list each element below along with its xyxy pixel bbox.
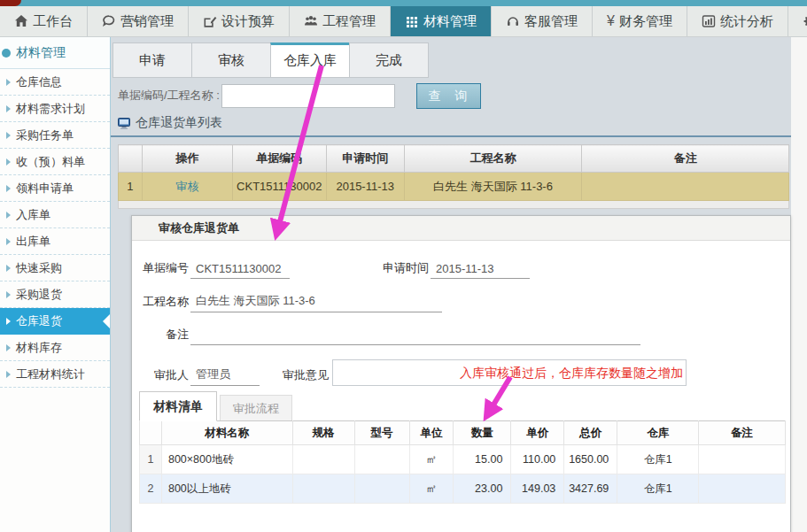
apply-date: 2015-11-13 (326, 173, 404, 201)
table-row-selected[interactable]: 1 审核 CKT1511130002 2015-11-13 白先生 海天国际 1… (119, 173, 789, 201)
right-gutter (791, 37, 807, 532)
tab-material-list[interactable]: 材料清单 (139, 391, 217, 421)
nav-item-finance[interactable]: ¥ 财务管理 (593, 6, 687, 36)
sidebar-item-warehouse-info[interactable]: 仓库信息 (0, 69, 110, 96)
return-order-table: 操作 单据编码 申请时间 工程名称 备注 1 审核 CKT1511130002 … (118, 144, 789, 201)
review-link[interactable]: 审核 (142, 173, 232, 201)
sidebar-item-warehouse-return[interactable]: 仓库退货 (0, 308, 110, 335)
table-header-row: 操作 单据编码 申请时间 工程名称 备注 (119, 145, 789, 173)
nav-label: 工作台 (33, 13, 73, 30)
quantity: 23.00 (454, 474, 511, 504)
nav-label: 财务管理 (619, 13, 672, 30)
nav-label: 营销管理 (120, 13, 174, 30)
nav-item-system[interactable]: 系 (788, 6, 807, 36)
sidebar-item-project-material-stats[interactable]: 工程材料统计 (0, 361, 110, 388)
nav-item-materials[interactable]: 材料管理 (391, 6, 492, 36)
arrow-bullet-icon (6, 344, 11, 351)
table-footer-strip (118, 201, 789, 209)
spec (292, 474, 354, 504)
row-number: 1 (119, 173, 143, 201)
sidebar-item-material-request[interactable]: 领料申请单 (0, 175, 110, 202)
arrow-bullet-icon (6, 185, 11, 192)
arrow-bullet-icon (6, 105, 11, 112)
tab-warehouse-inbound[interactable]: 仓库入库 (270, 42, 350, 78)
opinion-input[interactable]: 入库审核通过后，仓库库存数量随之增加 (332, 359, 687, 386)
order-code: CKT1511130002 (232, 173, 326, 201)
field-label-opinion: 审批意见 (270, 367, 329, 386)
col-warehouse: 仓库 (617, 421, 699, 445)
monitor-icon (118, 118, 130, 129)
row-number: 2 (140, 474, 162, 504)
home-icon (14, 14, 28, 28)
tab-review[interactable]: 审核 (191, 42, 271, 78)
query-button[interactable]: 查 询 (416, 83, 481, 109)
col-total-price: 总价 (564, 421, 617, 445)
field-value-approver: 管理员 (190, 366, 260, 386)
total-price: 3427.69 (564, 474, 617, 504)
unit-price: 110.00 (511, 445, 564, 474)
nav-item-workbench[interactable]: 工作台 (0, 6, 88, 36)
col-spec: 规格 (292, 421, 354, 445)
col-project: 工程名称 (404, 145, 582, 173)
tab-apply[interactable]: 申请 (113, 42, 192, 78)
nav-label: 工程管理 (322, 13, 376, 30)
list-section-title: 仓库退货单列表 (111, 112, 791, 137)
spec (292, 445, 354, 474)
top-strip (0, 0, 807, 6)
sidebar-item-inbound-order[interactable]: 入库单 (0, 202, 110, 228)
module-dot-icon (2, 49, 11, 58)
col-material-name: 材料名称 (161, 421, 292, 445)
nav-item-design-budget[interactable]: 设计预算 (189, 6, 290, 36)
search-bar: 单据编码/工程名称 : 查 询 (118, 82, 791, 109)
total-price: 1650.00 (564, 445, 617, 474)
nav-item-statistics[interactable]: 统计分析 (687, 6, 788, 36)
unit: ㎡ (409, 445, 454, 474)
note (699, 474, 786, 504)
col-unit: 单位 (409, 421, 454, 445)
warehouse: 仓库1 (617, 445, 699, 474)
col-action: 操作 (142, 145, 232, 173)
sidebar-item-material-stock[interactable]: 材料库存 (0, 335, 110, 361)
tab-approval-flow[interactable]: 审批流程 (220, 395, 292, 420)
people-group-icon (304, 14, 318, 28)
review-panel: 审核仓库退货单 单据编号 CKT1511130002 申请时间 2015-11-… (131, 215, 791, 532)
material-row[interactable]: 1 800×800地砖 ㎡ 15.00 110.00 1650.00 仓库1 (140, 445, 786, 474)
nav-label: 设计预算 (221, 13, 275, 30)
tab-complete[interactable]: 完成 (349, 42, 429, 78)
sidebar-item-purchase-task[interactable]: 采购任务单 (0, 122, 110, 149)
model (354, 474, 409, 504)
note (699, 445, 786, 474)
nav-item-marketing[interactable]: 营销管理 (88, 6, 189, 36)
sidebar-item-receive-material[interactable]: 收（预）料单 (0, 149, 110, 175)
col-note: 备注 (699, 421, 786, 445)
material-name: 800×800地砖 (161, 445, 292, 474)
app-window: 工作台 营销管理 设计预算 工程管理 材料管理 客服管理 ¥ 财务管理 统计分析 (0, 0, 807, 532)
material-list-table: 材料名称 规格 型号 单位 数量 单价 总价 仓库 备注 (139, 420, 786, 504)
nav-item-engineering[interactable]: 工程管理 (290, 6, 391, 36)
nav-item-customer-service[interactable]: 客服管理 (492, 6, 593, 36)
annotation-text: 入库审核通过后，仓库库存数量随之增加 (333, 360, 686, 385)
bar-chart-icon (702, 14, 716, 28)
sidebar-item-outbound-order[interactable]: 出库单 (0, 228, 110, 255)
review-form: 单据编号 CKT1511130002 申请时间 2015-11-13 工程名称 … (132, 241, 790, 386)
nav-label: 客服管理 (524, 13, 578, 30)
model (354, 445, 409, 474)
material-header-row: 材料名称 规格 型号 单位 数量 单价 总价 仓库 备注 (140, 421, 786, 445)
field-value-note[interactable] (190, 328, 640, 345)
arrow-bullet-icon (6, 371, 11, 378)
material-row[interactable]: 2 800以上地砖 ㎡ 23.00 149.03 3427.69 仓库1 (140, 474, 786, 504)
sidebar-item-purchase-return[interactable]: 采购退货 (0, 281, 110, 308)
search-input[interactable] (221, 84, 395, 108)
top-nav: 工作台 营销管理 设计预算 工程管理 材料管理 客服管理 ¥ 财务管理 统计分析 (0, 6, 807, 37)
field-label-approver: 审批人 (141, 367, 189, 386)
chat-bubble-icon (102, 14, 116, 28)
detail-tabs: 材料清单 审批流程 (139, 391, 790, 420)
nav-label: 材料管理 (423, 13, 477, 30)
nav-label: 统计分析 (720, 13, 773, 30)
sidebar-item-quick-purchase[interactable]: 快速采购 (0, 255, 110, 281)
col-code: 单据编码 (232, 145, 326, 173)
arrow-bullet-icon (6, 158, 11, 166)
panel-title: 审核仓库退货单 (132, 216, 790, 241)
field-label-project: 工程名称 (141, 294, 189, 312)
sidebar-item-material-demand-plan[interactable]: 材料需求计划 (0, 96, 110, 122)
